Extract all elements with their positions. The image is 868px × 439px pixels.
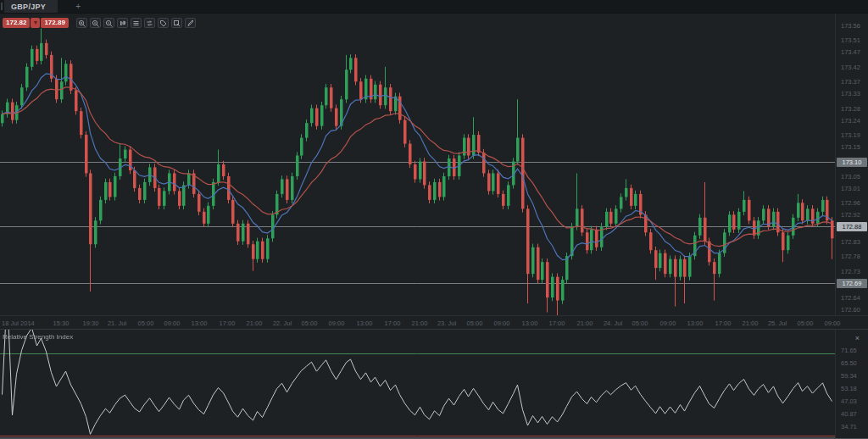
rsi-panel: Relative Strength Index × 71.6565.5059.3… bbox=[0, 329, 868, 437]
price-tick-label: 173.01 bbox=[841, 185, 860, 192]
time-tick-label: 21. Jul bbox=[108, 320, 126, 327]
price-tick-label: 173.19 bbox=[841, 131, 860, 139]
chart-type-button[interactable] bbox=[117, 18, 128, 28]
sell-price-button[interactable]: 172.82 bbox=[3, 18, 30, 28]
time-tick-label: 17:00 bbox=[385, 320, 401, 327]
zoom-in-button[interactable] bbox=[76, 18, 87, 28]
price-tick-label: 173.15 bbox=[841, 143, 860, 151]
edit-button[interactable] bbox=[171, 18, 182, 28]
rsi-tick-label: 53.18 bbox=[841, 385, 857, 392]
time-tick-label: 09:00 bbox=[164, 320, 181, 327]
price-line-label: 173.10 bbox=[837, 158, 867, 167]
time-tick-label: 05:00 bbox=[798, 320, 814, 327]
time-tick-label: 05:00 bbox=[632, 320, 648, 327]
tab-gbpjpy[interactable]: GBP/JPY bbox=[4, 0, 58, 13]
price-tick-label: 172.64 bbox=[841, 294, 860, 302]
price-tick-label: 173.51 bbox=[841, 36, 860, 44]
time-tick-label: 13:00 bbox=[357, 320, 373, 327]
time-tick-label: 05:00 bbox=[467, 320, 483, 327]
rsi-axis[interactable]: × 71.6565.5059.3453.1847.0340.8734.71 bbox=[835, 330, 868, 438]
rsi-tick-label: 34.71 bbox=[841, 423, 857, 431]
zoom-reset-button[interactable] bbox=[103, 18, 114, 28]
time-tick-label: 24. Jul bbox=[604, 320, 622, 327]
rsi-tick-label: 59.34 bbox=[841, 372, 857, 380]
price-tick-label: 172.60 bbox=[841, 306, 860, 314]
compare-icon bbox=[146, 19, 153, 27]
tag-button[interactable] bbox=[158, 18, 169, 28]
rsi-chart-canvas[interactable] bbox=[0, 330, 835, 438]
time-tick-label: 09:00 bbox=[494, 320, 510, 327]
price-tick-label: 172.83 bbox=[841, 238, 860, 246]
tag-icon bbox=[159, 19, 167, 27]
time-tick-label: 09:00 bbox=[825, 320, 841, 327]
time-tick-label: 21:00 bbox=[743, 320, 759, 327]
price-tick-label: 173.28 bbox=[841, 105, 860, 113]
time-tick-label: 18 Jul 2014 bbox=[2, 320, 35, 327]
price-axis[interactable]: 173.56173.51173.47173.42173.37173.33173.… bbox=[835, 14, 868, 315]
rsi-tick-label: 47.03 bbox=[841, 397, 857, 405]
chart-tool-buttons bbox=[76, 18, 196, 28]
time-tick-label: 17:00 bbox=[549, 320, 565, 327]
chart-tab-bar: GBP/JPY + bbox=[0, 0, 868, 14]
time-axis[interactable]: 18 Jul 201415:3019:3021. Jul05:0009:0013… bbox=[0, 315, 868, 329]
zoom-out-button[interactable] bbox=[90, 18, 101, 28]
price-tick-label: 173.05 bbox=[841, 173, 860, 181]
price-tick-label: 173.33 bbox=[841, 90, 860, 97]
rsi-tick-label: 65.50 bbox=[841, 359, 857, 367]
time-tick-label: 22. Jul bbox=[273, 320, 292, 327]
time-tick-label: 25. Jul bbox=[768, 320, 787, 327]
time-tick-label: 09:00 bbox=[329, 320, 345, 327]
price-tick-label: 173.37 bbox=[841, 78, 860, 86]
time-tick-label: 21:00 bbox=[247, 320, 263, 327]
time-tick-label: 15:30 bbox=[53, 320, 70, 327]
edit-icon bbox=[173, 19, 181, 27]
indicator-list-icon bbox=[132, 19, 140, 27]
price-tick-label: 172.96 bbox=[841, 199, 860, 207]
price-tick-label: 173.47 bbox=[841, 48, 860, 56]
rsi-close-icon[interactable]: × bbox=[855, 335, 860, 342]
chart-type-icon bbox=[119, 19, 126, 27]
time-tick-label: 17:00 bbox=[715, 320, 732, 327]
panel-handle[interactable] bbox=[1, 3, 3, 10]
time-tick-label: 05:00 bbox=[138, 320, 154, 327]
new-tab-button[interactable]: + bbox=[70, 0, 86, 13]
draw-button[interactable] bbox=[185, 18, 196, 28]
time-tick-label: 13:00 bbox=[687, 320, 704, 327]
price-tick-label: 172.78 bbox=[841, 253, 860, 260]
price-tick-label: 172.73 bbox=[841, 268, 860, 275]
time-tick-label: 17:00 bbox=[220, 320, 236, 327]
time-tick-label: 13:00 bbox=[192, 320, 208, 327]
chart-toolbar: 172.82 ▼ 172.89 bbox=[3, 18, 196, 28]
quote-buttons: 172.82 ▼ 172.89 bbox=[3, 18, 69, 28]
time-tick-label: 23. Jul bbox=[437, 320, 456, 327]
zoom-reset-icon bbox=[105, 19, 113, 27]
trading-platform-window: GBP/JPY + 172.82 ▼ 172.89 173.56173.5117… bbox=[0, 0, 868, 439]
tab-label: GBP/JPY bbox=[11, 3, 46, 11]
time-tick-label: 21:00 bbox=[412, 320, 428, 327]
time-tick-label: 21:00 bbox=[577, 320, 593, 327]
rsi-title: Relative Strength Index bbox=[3, 333, 73, 341]
rsi-tick-label: 71.65 bbox=[841, 347, 857, 354]
price-tick-label: 173.56 bbox=[841, 22, 860, 30]
price-line-label: 172.69 bbox=[837, 279, 867, 288]
zoom-in-icon bbox=[78, 19, 86, 27]
price-line-label: 172.88 bbox=[837, 222, 867, 231]
price-tick-label: 173.24 bbox=[841, 117, 860, 125]
time-tick-label: 09:00 bbox=[660, 320, 676, 327]
rsi-tick-label: 40.87 bbox=[841, 410, 857, 418]
indicator-list-button[interactable] bbox=[131, 18, 142, 28]
time-tick-label: 13:00 bbox=[522, 320, 538, 327]
candlestick-chart-canvas[interactable] bbox=[0, 14, 835, 315]
buy-price-button[interactable]: 172.89 bbox=[41, 18, 68, 28]
price-tick-label: 172.92 bbox=[841, 211, 860, 219]
zoom-out-icon bbox=[92, 19, 99, 27]
compare-button[interactable] bbox=[144, 18, 155, 28]
price-direction-down-icon: ▼ bbox=[31, 18, 40, 28]
price-chart-panel: 172.82 ▼ 172.89 173.56173.51173.47173.42… bbox=[0, 14, 868, 315]
price-tick-label: 173.42 bbox=[841, 64, 860, 71]
draw-icon bbox=[186, 19, 194, 27]
time-tick-label: 05:00 bbox=[302, 320, 318, 327]
time-tick-label: 19:30 bbox=[83, 320, 99, 327]
